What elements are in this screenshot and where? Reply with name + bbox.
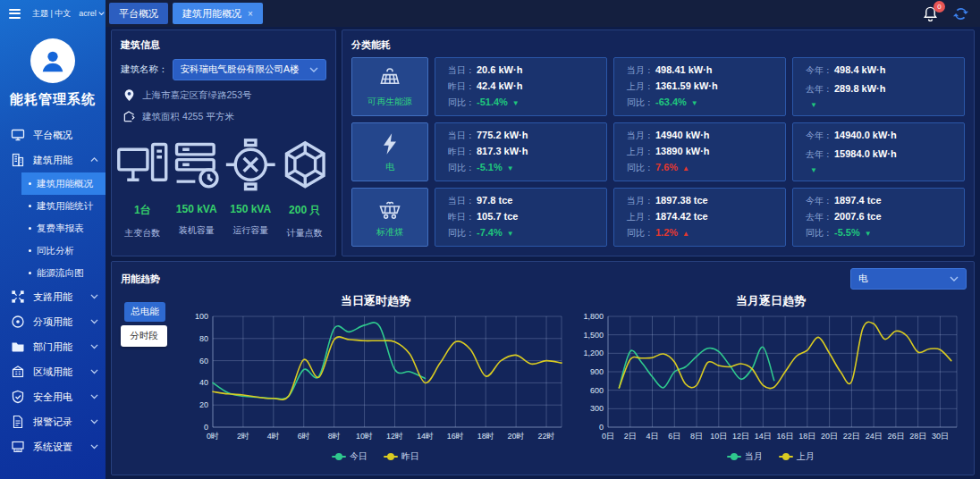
- svg-text:14日: 14日: [755, 432, 772, 441]
- energy-line-value: 498.41 kW·h: [655, 64, 713, 75]
- building-area: 建筑面积 4255 平方米: [142, 111, 234, 123]
- energy-line: 同比：-7.4%▼: [448, 227, 594, 240]
- svg-text:2时: 2时: [237, 432, 249, 441]
- svg-text:20日: 20日: [821, 432, 838, 441]
- sidebar-subitem[interactable]: 建筑用能统计: [21, 195, 106, 217]
- refresh-icon[interactable]: [952, 5, 969, 22]
- sidebar-subitem[interactable]: 复费率报表: [21, 217, 106, 240]
- tab-bar: 平台概况建筑用能概况×: [109, 3, 263, 24]
- stat-value: 150 kVA: [224, 203, 278, 215]
- energy-trend-panel: 用能趋势 电 总电能分时段 当日逐时趋势0204060801000时2时4时6时…: [111, 261, 975, 475]
- energy-cell: 当日：97.8 tce昨日：105.7 tce同比：-7.4%▼: [435, 188, 607, 247]
- category-tile-renewable[interactable]: 可再生能源: [351, 57, 428, 116]
- energy-line: 去年：15984.0 kW·h: [806, 148, 951, 161]
- energy-line-value: 289.8 kW·h: [834, 83, 885, 94]
- energy-type-select[interactable]: 电: [850, 268, 967, 290]
- total-energy-button[interactable]: 总电能: [124, 302, 165, 322]
- hourly-trend-chart-box: 当日逐时趋势0204060801000时2时4时6时8时10时12时14时16时…: [178, 290, 573, 473]
- tab-close-icon[interactable]: ×: [248, 9, 253, 19]
- energy-cell: 当日：775.2 kW·h昨日：817.3 kW·h同比：-5.1%▼: [435, 122, 607, 181]
- daily-trend-chart-box: 当月逐日趋势03006009001,2001,5001,8000日2日4日6日8…: [573, 290, 968, 473]
- energy-line-value: 1874.42 tce: [655, 211, 708, 222]
- hourly-trend-chart[interactable]: 0204060801000时2时4时6时8时10时12时14时16时18时20时…: [179, 309, 572, 450]
- stat-value: 1台: [115, 203, 170, 218]
- energy-line-label: 同比：: [806, 227, 832, 240]
- sidebar-item-alarm-records[interactable]: 报警记录: [0, 409, 106, 434]
- svg-text:14时: 14时: [417, 432, 434, 441]
- energy-line-label: 今年：: [806, 64, 832, 77]
- daily-trend-chart[interactable]: 03006009001,2001,5001,8000日2日4日6日8日10日12…: [574, 309, 967, 450]
- sidebar-item-region-energy[interactable]: 区域用能: [0, 359, 106, 384]
- category-tile-standard-coal[interactable]: 标准煤: [351, 188, 428, 247]
- time-period-button[interactable]: 分时段: [121, 325, 167, 347]
- legend-label: 昨日: [401, 450, 419, 463]
- electricity-icon: [377, 131, 402, 156]
- chevron-down-icon: [309, 67, 318, 72]
- energy-line: 同比：-63.4%▼: [627, 97, 773, 109]
- stat-label: 装机容量: [170, 224, 224, 237]
- chevron-down-icon: [90, 294, 98, 298]
- user-icon: [39, 47, 66, 74]
- energy-line-label: 同比：: [627, 97, 654, 109]
- legend-item[interactable]: 当月: [727, 450, 763, 463]
- svg-text:1,200: 1,200: [583, 349, 604, 357]
- energy-line-label: 当日：: [448, 64, 475, 77]
- svg-text:30日: 30日: [932, 432, 949, 441]
- user-dropdown[interactable]: acrel: [79, 9, 105, 18]
- category-tile-electricity[interactable]: 电: [351, 122, 428, 181]
- sidebar-subitem[interactable]: 建筑用能概况: [21, 172, 106, 195]
- legend-marker: [779, 453, 793, 460]
- energy-cell: 当日：20.6 kW·h昨日：42.4 kW·h同比：-51.4%▼: [435, 57, 607, 116]
- avatar[interactable]: [30, 38, 75, 83]
- sidebar-item-building-energy[interactable]: 建筑用能: [0, 147, 106, 172]
- bullet-dot: [29, 249, 31, 252]
- trend-down-icon: ▼: [865, 230, 872, 238]
- sidebar-item-platform-overview[interactable]: 平台概况: [0, 122, 106, 147]
- energy-cell: 今年：1897.4 tce去年：2007.6 tce同比：-5.5%▼: [792, 188, 965, 247]
- svg-text:16日: 16日: [777, 432, 794, 441]
- svg-text:300: 300: [590, 404, 604, 413]
- chevron-down-icon: [950, 276, 959, 282]
- energy-line-value: 13890 kW·h: [655, 146, 710, 156]
- theme-language-switch[interactable]: 主题 | 中文: [32, 8, 71, 20]
- tab-building-energy-overview[interactable]: 建筑用能概况×: [173, 3, 263, 24]
- legend-item[interactable]: 上月: [779, 450, 815, 463]
- sidebar-item-label: 报警记录: [33, 416, 82, 429]
- tab-platform-overview[interactable]: 平台概况: [109, 3, 168, 24]
- chart-legend: 当月上月: [727, 450, 815, 463]
- svg-text:28日: 28日: [909, 432, 926, 441]
- folder-icon: [11, 340, 25, 354]
- svg-text:100: 100: [195, 312, 208, 321]
- energy-line-label: 昨日：: [448, 211, 475, 223]
- energy-cell: 当月：1897.38 tce上月：1874.42 tce同比：1.2%▲: [613, 188, 786, 247]
- building-name-label: 建筑名称：: [121, 63, 168, 76]
- energy-line-label: 去年：: [806, 148, 832, 161]
- energy-line: 同比：-51.4%▼: [448, 97, 594, 109]
- legend-item[interactable]: 今日: [332, 450, 368, 463]
- sidebar-item-branch-energy[interactable]: 支路用能: [0, 284, 106, 309]
- energy-line-label: 上月：: [627, 211, 654, 223]
- energy-type-value: 电: [858, 273, 868, 285]
- stat-label: 计量点数: [278, 227, 333, 240]
- sidebar-item-safe-electricity[interactable]: 安全用电: [0, 384, 106, 409]
- sidebar-item-system-settings[interactable]: 系统设置: [0, 434, 106, 459]
- chart-title: 当月逐日趋势: [736, 293, 806, 309]
- sidebar-header: 主题 | 中文 acrel: [0, 0, 106, 27]
- hamburger-menu-icon[interactable]: [7, 4, 22, 22]
- stat-label: 主变台数: [115, 227, 170, 240]
- notification-bell-icon[interactable]: 0: [922, 5, 939, 22]
- svg-text:0: 0: [599, 423, 604, 432]
- energy-line-value: 20.6 kW·h: [477, 64, 522, 75]
- energy-line: 当月：14940 kW·h: [627, 130, 773, 142]
- sidebar-menu: 平台概况建筑用能建筑用能概况建筑用能统计复费率报表同比分析能源流向图支路用能分项…: [0, 122, 106, 479]
- sidebar-item-label: 系统设置: [33, 441, 82, 454]
- sidebar-item-department-energy[interactable]: 部门用能: [0, 334, 106, 359]
- sidebar-subitem[interactable]: 同比分析: [21, 240, 106, 262]
- sidebar-item-subentry-energy[interactable]: 分项用能: [0, 309, 106, 334]
- legend-item[interactable]: 昨日: [384, 450, 419, 463]
- sidebar-subitem[interactable]: 能源流向图: [21, 262, 106, 284]
- svg-text:8时: 8时: [328, 432, 341, 441]
- chevron-down-icon: [98, 12, 105, 15]
- building-name-select[interactable]: 安科瑞电气股份有限公司A楼: [173, 59, 327, 80]
- energy-line-value: -7.4%: [477, 227, 503, 238]
